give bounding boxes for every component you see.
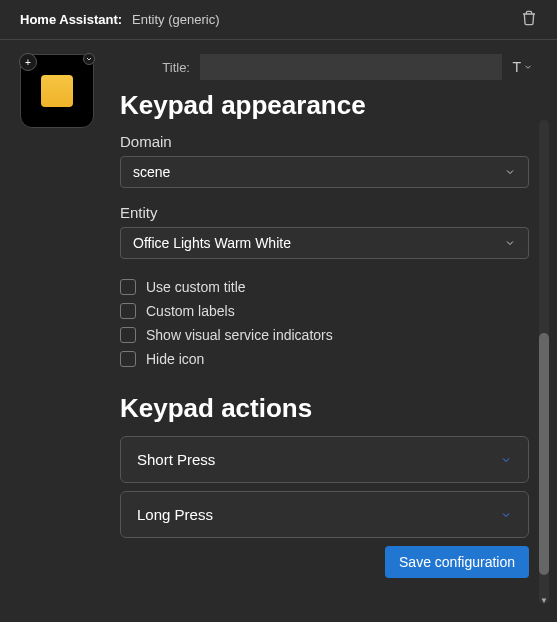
tile-options-icon[interactable] (83, 53, 95, 65)
checkbox-custom-labels[interactable]: Custom labels (120, 299, 529, 323)
save-button[interactable]: Save configuration (385, 546, 529, 578)
action-label: Long Press (137, 506, 213, 523)
checkbox-label: Show visual service indicators (146, 327, 333, 343)
checkbox-label: Use custom title (146, 279, 246, 295)
scroll-down-icon[interactable]: ▼ (539, 594, 549, 606)
action-long-press[interactable]: Long Press (120, 491, 529, 538)
chevron-down-icon (504, 166, 516, 178)
checkbox-label: Custom labels (146, 303, 235, 319)
checkbox-icon (120, 303, 136, 319)
trash-icon[interactable] (521, 10, 537, 29)
title-row: Title: T (120, 54, 533, 80)
tile-preview[interactable]: + (20, 54, 94, 128)
domain-select[interactable]: scene (120, 156, 529, 188)
title-type-badge: T (512, 59, 521, 75)
tile-preview-column: + (20, 54, 100, 608)
scrollbar[interactable]: ▲ ▼ (539, 120, 549, 604)
checkbox-custom-title[interactable]: Use custom title (120, 275, 529, 299)
app-name: Home Assistant: (20, 12, 122, 27)
action-short-press[interactable]: Short Press (120, 436, 529, 483)
checkbox-visual-indicators[interactable]: Show visual service indicators (120, 323, 529, 347)
tile-icon (41, 75, 73, 107)
chevron-down-icon (504, 237, 516, 249)
checkbox-label: Hide icon (146, 351, 204, 367)
entity-value: Office Lights Warm White (133, 235, 291, 251)
title-input[interactable] (200, 54, 502, 80)
section-actions-heading: Keypad actions (120, 393, 529, 424)
checkbox-icon (120, 351, 136, 367)
header-bar: Home Assistant: Entity (generic) (0, 0, 557, 40)
header-subtitle: Entity (generic) (132, 12, 219, 27)
checkbox-group: Use custom title Custom labels Show visu… (120, 275, 529, 371)
checkbox-icon (120, 327, 136, 343)
domain-value: scene (133, 164, 170, 180)
tile-add-icon[interactable]: + (19, 53, 37, 71)
domain-label: Domain (120, 133, 529, 150)
scrollbar-thumb[interactable] (539, 333, 549, 575)
title-type-toggle[interactable]: T (512, 59, 533, 75)
chevron-down-icon (500, 509, 512, 521)
action-label: Short Press (137, 451, 215, 468)
checkbox-hide-icon[interactable]: Hide icon (120, 347, 529, 371)
title-label: Title: (120, 60, 190, 75)
section-appearance-heading: Keypad appearance (120, 90, 529, 121)
checkbox-icon (120, 279, 136, 295)
entity-select[interactable]: Office Lights Warm White (120, 227, 529, 259)
chevron-down-icon (500, 454, 512, 466)
entity-label: Entity (120, 204, 529, 221)
